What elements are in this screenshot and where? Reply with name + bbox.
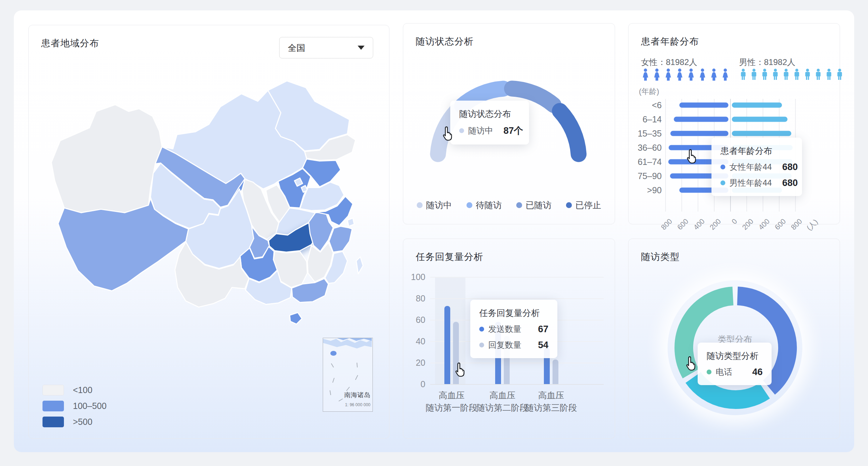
legend-dot-icon xyxy=(466,202,472,208)
tooltip-row: 电话46 xyxy=(707,366,763,378)
axis-tick-label: 60 xyxy=(405,315,425,325)
patient-age-card: 患者年龄分布 女性：81982人 男性：81982人 (年龄) 80060040… xyxy=(628,23,840,224)
province-shape[interactable] xyxy=(347,218,354,226)
series-dot-icon xyxy=(459,128,464,133)
region-select[interactable]: 全国 xyxy=(279,37,373,58)
legend-label: 已停止 xyxy=(575,199,601,211)
male-age-bar[interactable] xyxy=(732,131,791,136)
male-icons xyxy=(739,68,846,80)
female-person-icon xyxy=(721,68,730,81)
female-person-icon xyxy=(698,68,707,81)
tooltip-series-value: 87个 xyxy=(503,124,523,137)
status-legend-item[interactable]: 随访中 xyxy=(417,199,452,211)
female-person-icon xyxy=(664,68,673,81)
axis-tick-label: 0 xyxy=(730,217,739,226)
status-legend-item[interactable]: 已随访 xyxy=(516,199,551,211)
tooltip-title: 随访类型分析 xyxy=(707,350,763,362)
legend-label: 随访中 xyxy=(426,199,452,211)
province-shape[interactable] xyxy=(51,105,162,213)
series-dot-icon xyxy=(479,327,484,332)
legend-swatch xyxy=(43,385,64,395)
page-title: 患者地域分布 xyxy=(41,37,99,49)
female-age-bar[interactable] xyxy=(674,117,728,122)
male-person-icon xyxy=(750,68,758,80)
reply-bar[interactable] xyxy=(553,360,558,384)
inset-label: 南海诸岛 xyxy=(323,391,370,400)
tooltip-row: 发送数量67 xyxy=(479,324,548,335)
cursor-pointer-icon xyxy=(453,362,467,377)
female-count-label: 女性：81982人 xyxy=(641,57,697,68)
cursor-pointer-icon xyxy=(441,126,454,141)
tooltip-series-label: 回复数量 xyxy=(488,339,521,351)
province-shape[interactable] xyxy=(290,313,302,324)
grid-line xyxy=(430,277,604,278)
axis-tick-label: 400 xyxy=(757,217,771,232)
age-axis-unit: (年龄) xyxy=(639,86,659,97)
female-age-bar[interactable] xyxy=(670,131,728,136)
gauge-segment[interactable] xyxy=(560,111,578,154)
axis-tick-label: 200 xyxy=(708,217,723,232)
male-age-bar[interactable] xyxy=(732,117,787,122)
type-tooltip: 随访类型分析电话46 xyxy=(698,343,772,385)
grid-line xyxy=(681,99,682,212)
male-person-icon xyxy=(793,68,801,80)
legend-label: 已随访 xyxy=(526,199,551,211)
region-distribution-card: 患者地域分布 全国 xyxy=(28,25,389,439)
male-age-bar[interactable] xyxy=(732,103,782,108)
axis-tick-label: 0 xyxy=(405,379,425,389)
status-legend-item[interactable]: 待随访 xyxy=(466,199,502,211)
age-card-title: 患者年龄分布 xyxy=(641,35,699,48)
legend-label: >500 xyxy=(73,417,92,427)
cursor-pointer-icon xyxy=(685,149,698,164)
legend-label: 待随访 xyxy=(476,199,502,211)
age-category-label: <6 xyxy=(629,100,662,110)
male-person-icon xyxy=(814,68,822,80)
axis-unit-label: (人) xyxy=(804,217,820,233)
tooltip-row: 回复数量54 xyxy=(479,339,548,351)
tooltip-row: 男性年龄44680 xyxy=(720,177,793,188)
sent-bar[interactable] xyxy=(444,306,450,384)
tooltip-series-value: 680 xyxy=(782,162,798,173)
china-map[interactable] xyxy=(34,61,384,353)
map-legend: <100100–500>500 xyxy=(43,382,106,430)
male-person-icon xyxy=(771,68,780,80)
tooltip-row: 女性年龄44680 xyxy=(720,161,793,173)
axis-tick-label: 400 xyxy=(692,217,706,232)
task-card-title: 任务回复量分析 xyxy=(416,251,483,263)
tooltip-title: 随访状态分布 xyxy=(459,108,520,120)
female-age-bar[interactable] xyxy=(679,103,728,108)
axis-tick-label: 200 xyxy=(740,217,755,232)
province-shape[interactable] xyxy=(356,257,363,274)
status-tooltip: 随访状态分布随访中87个 xyxy=(450,101,529,145)
south-china-sea-inset: 南海诸岛 1: 96 000 000 xyxy=(323,338,373,412)
chevron-down-icon xyxy=(358,46,365,50)
tooltip-series-label: 随访中 xyxy=(468,125,493,136)
map-legend-item: <100 xyxy=(43,382,106,398)
female-person-icon xyxy=(641,68,650,81)
axis-tick-label: 600 xyxy=(676,217,690,232)
grid-line xyxy=(430,384,604,385)
age-category-label: >90 xyxy=(629,185,662,195)
legend-dot-icon xyxy=(566,202,572,208)
dashboard-panel: 患者地域分布 全国 xyxy=(14,10,854,452)
map-legend-item: 100–500 xyxy=(43,398,106,414)
grid-line xyxy=(665,99,666,212)
tooltip-series-value: 67 xyxy=(538,324,548,335)
tooltip-series-value: 46 xyxy=(752,367,763,378)
cursor-pointer-icon xyxy=(684,356,698,371)
tooltip-row: 随访中87个 xyxy=(459,124,520,137)
male-person-icon xyxy=(761,68,769,80)
grid-line xyxy=(430,298,604,299)
tooltip-series-label: 女性年龄44 xyxy=(729,161,772,173)
male-person-icon xyxy=(836,68,844,80)
followup-status-card: 随访状态分析 随访状态分布随访中87个 随访中待随访已随访已停止 xyxy=(403,23,615,224)
male-person-icon xyxy=(825,68,833,80)
bar-category-label: 高血压随访第三阶段 xyxy=(510,389,593,414)
axis-tick-label: 800 xyxy=(659,217,674,232)
status-legend-item[interactable]: 已停止 xyxy=(566,199,601,211)
male-count-label: 男性：81982人 xyxy=(739,57,795,68)
inset-map xyxy=(323,338,372,411)
legend-swatch xyxy=(43,417,64,427)
age-category-label: 75–90 xyxy=(629,171,662,181)
axis-tick-label: 40 xyxy=(405,336,425,346)
